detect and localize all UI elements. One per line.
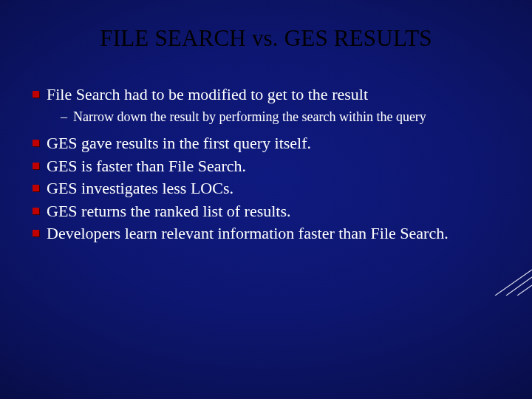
- bullet-text: File Search had to be modified to get to…: [47, 84, 499, 106]
- corner-lines-icon: [488, 266, 532, 296]
- dash-bullet-icon: –: [61, 109, 67, 126]
- svg-line-0: [495, 270, 532, 296]
- square-bullet-icon: [33, 185, 39, 191]
- bullet-text: GES investigates less LOCs.: [47, 178, 499, 200]
- bullet-text: GES returns the ranked list of results.: [47, 201, 499, 222]
- bullet-item: GES investigates less LOCs.: [33, 178, 499, 200]
- square-bullet-icon: [33, 208, 39, 214]
- square-bullet-icon: [33, 140, 39, 146]
- bullet-text: GES is faster than File Search.: [47, 156, 499, 177]
- bullet-item: Developers learn relevant information fa…: [33, 223, 499, 245]
- square-bullet-icon: [33, 91, 39, 98]
- bullet-text: Developers learn relevant information fa…: [47, 223, 499, 245]
- slide-title: FILE SEARCH vs. GES RESULTS: [33, 25, 499, 52]
- slide-body: FILE SEARCH vs. GES RESULTS File Search …: [0, 0, 532, 245]
- sub-bullet-text: Narrow down the result by performing the…: [73, 109, 499, 126]
- svg-line-2: [517, 285, 532, 296]
- svg-line-1: [506, 277, 532, 296]
- square-bullet-icon: [33, 230, 39, 236]
- bullet-item: GES returns the ranked list of results.: [33, 201, 499, 222]
- sub-bullet-item: – Narrow down the result by performing t…: [61, 109, 499, 126]
- bullet-item: File Search had to be modified to get to…: [33, 84, 499, 106]
- bullet-item: GES gave results in the first query itse…: [33, 133, 499, 154]
- bullet-text: GES gave results in the first query itse…: [47, 133, 499, 154]
- bullet-item: GES is faster than File Search.: [33, 156, 499, 177]
- square-bullet-icon: [33, 163, 39, 169]
